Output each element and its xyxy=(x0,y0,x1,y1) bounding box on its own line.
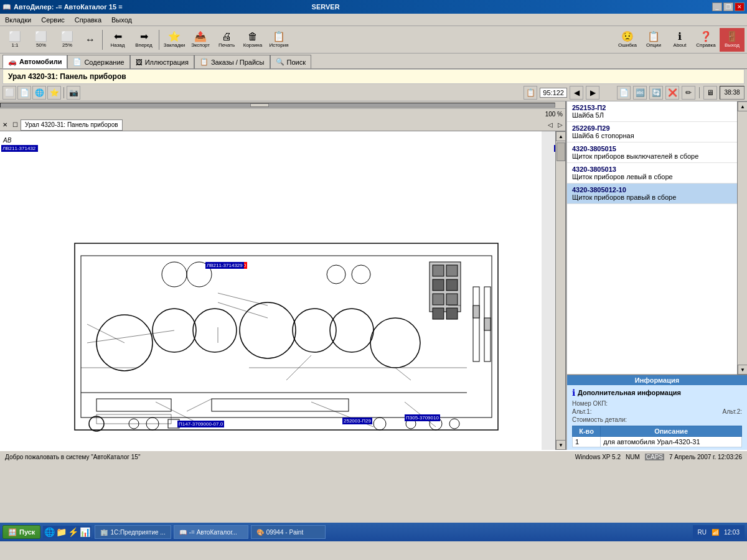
taskbar-paint[interactable]: 🎨 09944 - Paint xyxy=(251,525,326,539)
btn-options[interactable]: 📋 Опции xyxy=(641,28,666,52)
parts-scroll-up[interactable]: ▲ xyxy=(738,101,747,111)
taskbar-1c[interactable]: 🏢 1С:Предприятие ... xyxy=(95,525,171,539)
tab-contents[interactable]: 📄 Содержание xyxy=(67,55,129,68)
btn-export[interactable]: 📤 Экспорт xyxy=(188,28,213,52)
parts-panel: 252153-П2 Шайба 5Л 252269-П29 Шайба 6 ст… xyxy=(566,101,747,450)
tab-illustration[interactable]: 🖼 Иллюстрация xyxy=(130,55,194,68)
minimize-button[interactable]: _ xyxy=(712,2,722,11)
part-4320-3805012[interactable]: 4320-3805012-10 Щиток приборов правый в … xyxy=(567,184,737,204)
tab-search[interactable]: 🔍 Поиск xyxy=(270,55,311,68)
v-scroll-thumb[interactable] xyxy=(557,142,565,161)
label-lb211-371432d[interactable]: ЛВ211-371432 xyxy=(1,145,37,152)
st-btn-next[interactable]: ▶ xyxy=(586,86,599,100)
menu-vkladki[interactable]: Вкладки xyxy=(2,16,34,24)
close-button[interactable]: ✕ xyxy=(735,2,745,11)
btn-basket[interactable]: 🗑 Корзина xyxy=(240,28,265,52)
parts-scroll-down[interactable]: ▼ xyxy=(738,365,747,375)
img-tab-x[interactable]: ✕ xyxy=(0,121,10,128)
btn-print[interactable]: 🖨 Печать xyxy=(214,28,239,52)
title-bar: 📖 АвтоДилер: -= АвтоКаталог 15 = SERVER … xyxy=(0,0,747,14)
label-p147-3709000[interactable]: П147-3709000-07.0 xyxy=(177,421,224,427)
btn-1to1[interactable]: ⬜ 1:1 xyxy=(2,28,27,52)
ql-icon-4[interactable]: 📊 xyxy=(80,527,90,537)
btn-bookmarks[interactable]: ⭐ Закладки xyxy=(162,28,187,52)
parts-list: 252153-П2 Шайба 5Л 252269-П29 Шайба 6 ст… xyxy=(567,101,737,375)
btn-exit[interactable]: 🚪 Выход xyxy=(720,28,745,52)
restore-button[interactable]: ❐ xyxy=(723,2,733,11)
st-btn-copy[interactable]: 📋 xyxy=(524,86,537,100)
st-btn-1[interactable]: ⬜ xyxy=(2,86,16,100)
st-btn-r5[interactable]: ✏ xyxy=(682,86,695,100)
st-btn-4[interactable]: ⭐ xyxy=(47,86,61,100)
server-label: SERVER xyxy=(312,3,340,11)
st-sep-2 xyxy=(699,87,700,98)
btn-help-icon: ❓ xyxy=(700,32,712,42)
img-tab-nav-left[interactable]: ◁ xyxy=(545,121,555,128)
st-btn-r6[interactable]: 🖥 xyxy=(703,86,717,100)
btn-about[interactable]: ℹ About xyxy=(667,28,692,52)
st-btn-r2[interactable]: 🔤 xyxy=(633,86,647,100)
btn-back[interactable]: ⬅ Назад xyxy=(105,28,130,52)
st-btn-r3[interactable]: 🔄 xyxy=(649,86,663,100)
v-scroll-down[interactable]: ▼ xyxy=(556,440,565,450)
menu-servis[interactable]: Сервис xyxy=(39,16,67,24)
parts-scroll-track[interactable] xyxy=(738,111,747,365)
tab-orders[interactable]: 📋 Заказы / Прайсы xyxy=(194,55,270,68)
menu-vyhod[interactable]: Выход xyxy=(109,16,134,24)
part-252269-number: 252269-П29 xyxy=(572,124,732,132)
btn-back-icon: ⬅ xyxy=(114,32,122,42)
tab-automobiles[interactable]: 🚗 Автомобили xyxy=(2,55,67,68)
btn-help[interactable]: ❓ Справка xyxy=(693,28,718,52)
toolbar-sep-1 xyxy=(102,30,103,50)
btn-fit[interactable]: ↔ xyxy=(81,28,100,52)
ql-icon-1[interactable]: 🌐 xyxy=(44,527,55,537)
st-btn-r4[interactable]: ❌ xyxy=(665,86,679,100)
st-btn-5[interactable]: 📷 xyxy=(67,86,80,100)
btn-1to1-label: 1:1 xyxy=(11,42,18,48)
st-btn-2[interactable]: 📄 xyxy=(17,86,31,100)
btn-back-label: Назад xyxy=(111,42,125,48)
ql-icon-3[interactable]: ⚡ xyxy=(68,527,78,537)
st-btn-prev[interactable]: ◀ xyxy=(570,86,583,100)
st-btn-3[interactable]: 🌐 xyxy=(32,86,46,100)
st-btn-r1[interactable]: 📄 xyxy=(617,86,631,100)
btn-error[interactable]: 😟 Ошибка xyxy=(615,28,640,52)
start-button[interactable]: 🪟 Пуск xyxy=(2,525,40,539)
taskbar-autocatalog[interactable]: 📖 -= АвтоКаталог... xyxy=(174,525,248,539)
btn-25pct[interactable]: ⬜ 25% xyxy=(55,28,80,52)
img-tab[interactable]: Урал 4320-31: Панель приборов xyxy=(21,119,123,131)
v-scroll: ▲ ▼ xyxy=(555,131,565,450)
label-lb211c[interactable]: ЛВ211-3714329 xyxy=(205,262,244,269)
status-caps: CAPS xyxy=(645,454,664,460)
part-4320-3805015-name: Щиток приборов выключателей в сборе xyxy=(572,152,732,160)
btn-error-label: Ошибка xyxy=(618,42,637,48)
btn-history-label: История xyxy=(269,42,288,48)
part-252153[interactable]: 252153-П2 Шайба 5Л xyxy=(567,101,737,122)
parts-vscroll: ▲ ▼ xyxy=(737,101,747,375)
info-icon: ℹ xyxy=(572,388,575,398)
btn-basket-label: Корзина xyxy=(243,42,262,48)
label-252003[interactable]: 252003-П29 xyxy=(342,418,372,424)
svg-text:AB: AB xyxy=(2,137,12,144)
part-4320-3805012-name: Щиток приборов правый в сборе xyxy=(572,194,732,201)
img-tab-nav-right[interactable]: ▷ xyxy=(555,121,565,128)
h-scroll-track[interactable] xyxy=(0,103,555,108)
menu-spravka[interactable]: Справка xyxy=(72,16,104,24)
info-table: К-во Описание 1 для автомобиля Урал-4320… xyxy=(572,426,742,447)
btn-help-label: Справка xyxy=(696,42,715,48)
sys-icon-1: 📶 xyxy=(712,529,719,536)
part-4320-3805015[interactable]: 4320-3805015 Щиток приборов выключателей… xyxy=(567,142,737,163)
status-datetime: 7 Апрель 2007 г. 12:03:26 xyxy=(669,454,742,460)
sys-lang: RU xyxy=(698,529,707,536)
part-4320-3805013[interactable]: 4320-3805013 Щиток приборов левый в сбор… xyxy=(567,163,737,184)
btn-history[interactable]: 📋 История xyxy=(266,28,291,52)
img-tab-check[interactable]: ☐ xyxy=(10,121,21,128)
label-p305[interactable]: П305-3709010 xyxy=(405,414,440,421)
v-scroll-up[interactable]: ▲ xyxy=(556,131,565,141)
ql-icon-2[interactable]: 📁 xyxy=(56,527,67,537)
btn-50pct[interactable]: ⬜ 50% xyxy=(29,28,54,52)
btn-forward[interactable]: ➡ Вперед xyxy=(131,28,156,52)
h-scroll-thumb[interactable] xyxy=(250,103,269,107)
v-scroll-track[interactable] xyxy=(556,141,565,440)
part-252269[interactable]: 252269-П29 Шайба 6 стопорная xyxy=(567,122,737,142)
